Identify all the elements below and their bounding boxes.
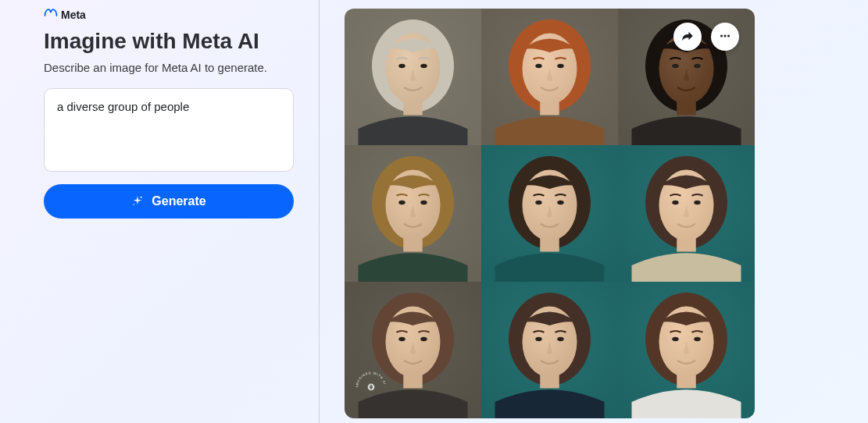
share-button[interactable] bbox=[673, 23, 702, 51]
face-cell bbox=[618, 145, 755, 282]
svg-rect-8 bbox=[345, 9, 481, 145]
brand-row: Meta bbox=[44, 8, 294, 22]
svg-point-0 bbox=[141, 196, 142, 197]
face-cell bbox=[345, 9, 481, 145]
face-cell bbox=[481, 145, 618, 282]
ai-watermark: IMAGINED WITH AI bbox=[354, 370, 388, 404]
image-action-buttons bbox=[673, 23, 739, 51]
face-cell bbox=[481, 282, 618, 418]
prompt-input[interactable] bbox=[44, 88, 294, 172]
share-icon bbox=[680, 29, 695, 45]
face-cell bbox=[481, 9, 618, 145]
right-panel: IMAGINED WITH AI bbox=[320, 0, 868, 423]
generated-image: IMAGINED WITH AI bbox=[345, 9, 755, 418]
svg-point-67 bbox=[727, 34, 730, 37]
generate-button[interactable]: Generate bbox=[44, 184, 294, 219]
sparkle-icon bbox=[131, 195, 144, 208]
svg-point-1 bbox=[134, 204, 134, 204]
svg-rect-36 bbox=[481, 145, 618, 282]
generate-button-label: Generate bbox=[152, 194, 205, 208]
svg-rect-15 bbox=[481, 9, 618, 145]
svg-rect-43 bbox=[618, 145, 755, 282]
page-subtitle: Describe an image for Meta AI to generat… bbox=[44, 61, 294, 74]
face-cell bbox=[618, 282, 755, 418]
brand-name: Meta bbox=[61, 9, 86, 21]
meta-logo-icon bbox=[44, 8, 58, 22]
svg-rect-57 bbox=[481, 282, 618, 418]
svg-point-65 bbox=[720, 34, 723, 37]
page-title: Imagine with Meta AI bbox=[44, 28, 294, 55]
face-cell bbox=[345, 145, 481, 282]
svg-point-66 bbox=[724, 34, 727, 37]
more-button[interactable] bbox=[711, 23, 739, 51]
svg-rect-29 bbox=[345, 145, 481, 282]
left-panel: Meta Imagine with Meta AI Describe an im… bbox=[0, 0, 319, 423]
svg-rect-64 bbox=[618, 282, 755, 418]
face-grid bbox=[345, 9, 755, 418]
more-icon bbox=[718, 29, 732, 45]
